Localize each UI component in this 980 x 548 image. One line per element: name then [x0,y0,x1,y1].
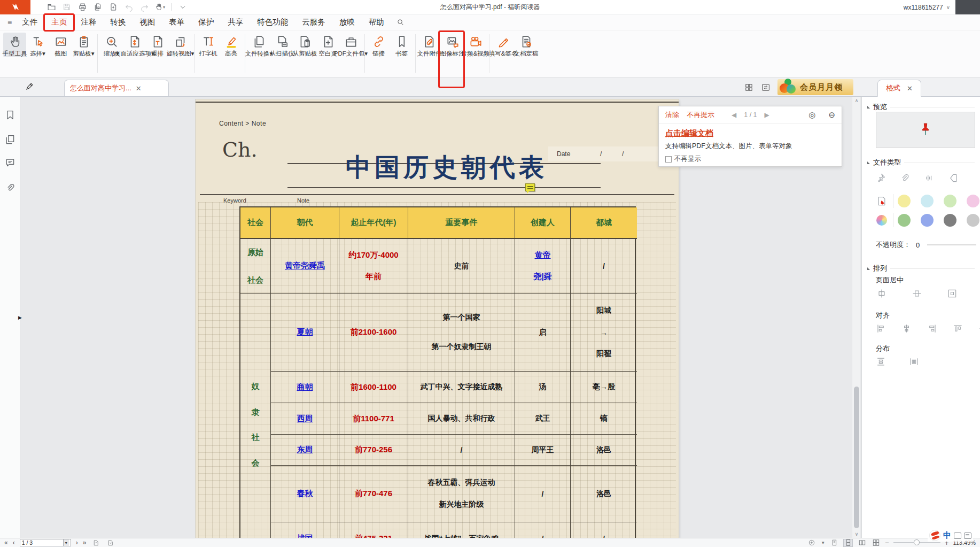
attachments-panel-icon[interactable] [5,182,15,193]
ribbon-button-reflow[interactable]: 重排 [146,33,169,57]
color-wheel-icon[interactable] [875,215,889,226]
ime-toolbar[interactable]: 中 [928,529,973,542]
color-row2-swatch-1[interactable] [921,214,934,227]
new-page-icon[interactable] [107,2,119,12]
document-view-area[interactable]: Content > Note Ch. 中国历史朝代表 Date / / Keyw… [20,97,861,538]
ime-keyboard-icon[interactable] [964,532,971,539]
ribbon-button-scanner[interactable]: 从扫描仪 [270,33,293,57]
pen-nib-icon[interactable] [25,81,35,92]
bookmarks-panel-icon[interactable] [5,110,15,120]
ribbon-button-rotate[interactable]: 旋转视图▾ [169,33,192,57]
dynasty-link[interactable]: 春秋 [297,489,313,499]
preview-section-header[interactable]: 预览 [867,102,975,112]
menu-item-主页[interactable]: 主页 [44,16,74,28]
zoom-out-icon[interactable]: − [885,539,889,547]
opacity-slider[interactable] [927,244,976,245]
distribute-vertical-icon[interactable] [874,357,888,367]
ribbon-button-highlight[interactable]: 高亮 [220,33,243,57]
save-icon[interactable] [61,2,73,12]
center-both-icon[interactable] [945,288,959,299]
align-right-icon[interactable] [925,323,939,334]
popup-dont-remind-button[interactable]: 不再提示 [687,110,714,120]
color-row2-swatch-2[interactable] [944,214,956,227]
zoom-slider[interactable] [893,542,940,543]
first-page-icon[interactable]: « [4,539,8,546]
menu-item-云服务[interactable]: 云服务 [295,16,332,28]
hand-pointer-icon[interactable]: ▾ [154,2,166,12]
prev-view-icon[interactable] [91,539,100,547]
ribbon-button-bookmark[interactable]: 书签 [390,33,413,57]
format-tab-close-icon[interactable]: ✕ [907,84,913,92]
menu-item-注释[interactable]: 注释 [74,16,103,28]
scroll-down-icon[interactable]: ∨ [852,531,861,537]
ribbon-button-convert[interactable]: 文件转换▾ [247,33,270,57]
edit-document-link[interactable]: 点击编辑文档 [665,128,713,138]
copy-page-icon[interactable] [92,2,104,12]
align-left-icon[interactable] [874,323,888,334]
founder-link[interactable]: 尧|舜 [533,272,551,282]
single-page-view-icon[interactable] [829,539,839,547]
dynasty-link[interactable]: 商朝 [297,382,313,392]
ribbon-button-fitpage[interactable]: 页面适应选项▾ [123,33,146,57]
sound-style-icon[interactable] [922,173,936,183]
popup-minimize-icon[interactable]: ⊖ [828,110,835,120]
menu-item-表单[interactable]: 表单 [162,16,191,28]
menu-item-帮助[interactable]: 帮助 [362,16,391,28]
ribbon-button-sign[interactable]: 填写&签名 [492,33,515,57]
filetype-section-header[interactable]: 文件类型 [867,158,975,167]
document-pin-icon[interactable] [875,196,889,206]
scrollbar-thumb[interactable] [854,387,859,528]
open-file-icon[interactable] [45,2,57,12]
ribbon-button-select[interactable]: 选择▾ [26,33,49,57]
popup-settings-icon[interactable]: ◎ [808,110,815,120]
color-row2-swatch-3[interactable] [967,214,979,227]
undo-icon[interactable] [123,2,135,12]
align-center-icon[interactable] [899,323,913,334]
hamburger-icon[interactable]: ≡ [7,18,12,27]
search-icon[interactable] [396,18,405,26]
menu-item-保护[interactable]: 保护 [191,16,221,28]
tag-style-icon[interactable] [946,173,960,183]
zoom-slider-knob[interactable] [914,539,920,545]
customize-toolbar-icon[interactable] [177,2,189,12]
vertical-scrollbar[interactable]: ∧ ∨ [852,97,860,538]
tab-grid-view-icon[interactable] [742,81,756,94]
distribute-horizontal-icon[interactable] [907,357,921,367]
continuous-view-icon[interactable] [843,539,853,547]
next-view-icon[interactable] [105,539,115,547]
ime-language-indicator[interactable]: 中 [943,530,951,541]
ribbon-button-pdfpackage[interactable]: PDF文件包▾ [339,33,362,57]
hand-mode-icon[interactable] [807,539,816,547]
align-top-icon[interactable] [951,323,965,334]
dynasty-link[interactable]: 东周 [297,445,313,455]
paperclip-style-icon[interactable] [898,173,912,183]
color-row1-swatch-0[interactable] [898,195,911,207]
menu-item-放映[interactable]: 放映 [332,16,362,28]
dynasty-link[interactable]: 夏朝 [297,327,313,337]
prev-page-icon[interactable]: ‹ [13,539,15,546]
sogou-ime-icon[interactable] [929,530,940,541]
comments-panel-icon[interactable] [5,157,15,168]
page-thumbnails-icon[interactable] [5,134,15,145]
sticky-note-annotation-icon[interactable] [525,183,535,191]
ribbon-button-imageannot[interactable]: 图像标注 [441,33,464,57]
ribbon-button-fromclipboard[interactable]: 从剪贴板 [293,33,316,57]
never-show-checkbox[interactable] [665,156,672,163]
pushpin-style-icon[interactable] [874,173,888,183]
print-icon[interactable] [76,2,88,12]
popup-next-icon[interactable]: ▶ [765,111,769,119]
ribbon-button-finalize[interactable]: 文档定稿 [515,33,538,57]
menu-item-视图[interactable]: 视图 [133,16,162,28]
member-benefits-button[interactable]: 会员月月领 [777,79,853,95]
dynasty-link[interactable]: 西周 [297,414,313,424]
color-row1-swatch-1[interactable] [921,195,934,207]
dynasty-link[interactable]: 黄帝尧舜禹 [285,261,325,271]
facing-continuous-view-icon[interactable] [871,539,881,547]
founder-link[interactable]: 黄帝 [535,250,551,260]
user-account[interactable]: wx118615277 ∨ [904,0,950,14]
ribbon-button-clipboard[interactable]: 剪贴板▾ [72,33,95,57]
next-page-icon[interactable]: › [76,539,78,546]
popup-clear-button[interactable]: 清除 [665,110,679,120]
center-horizontal-icon[interactable] [875,288,889,299]
ribbon-button-av[interactable]: 音频&视频 [464,33,487,57]
